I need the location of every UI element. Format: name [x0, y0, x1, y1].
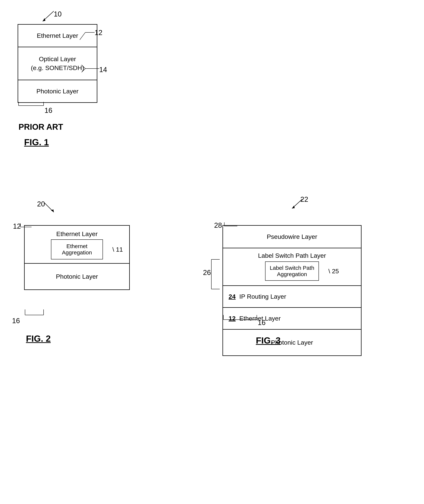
fig1-prior-art: PRIOR ART [19, 122, 63, 132]
fig2-bracket-16 [23, 307, 47, 320]
page: { "fig1": { "label_10": "10", "label_12"… [0, 0, 424, 504]
fig1-bracket-14 [70, 63, 101, 78]
fig1-photonic-layer: Photonic Layer [18, 80, 97, 102]
fig1-caption: FIG. 1 [24, 137, 49, 147]
fig3-ip-routing-layer: 24 IP Routing Layer [223, 286, 361, 308]
svg-marker-1 [43, 18, 45, 21]
fig3-bracket-16 [222, 313, 262, 324]
fig3-lsp-layer: Label Switch Path Layer Label Switch Pat… [223, 248, 361, 286]
fig3-arrow-22 [284, 197, 304, 211]
fig2-label-16: 16 [12, 317, 20, 325]
fig3-photonic-layer: Photonic Layer [223, 330, 361, 355]
fig2-caption: FIG. 2 [26, 333, 51, 344]
fig1-bracket-16 [17, 100, 46, 111]
svg-line-6 [81, 68, 85, 72]
fig2-arrow-20 [41, 200, 59, 215]
fig3-bracket-26 [206, 258, 223, 291]
fig2-diagram: Ethernet Layer Ethernet Aggregation \ 11… [24, 225, 130, 290]
fig3-pseudowire-layer: Pseudowire Layer [223, 226, 361, 248]
fig2-ethernet-layer: Ethernet Layer Ethernet Aggregation \ 11 [25, 226, 129, 264]
svg-line-5 [81, 65, 85, 68]
fig2-photonic-layer: Photonic Layer [25, 264, 129, 289]
fig1-arrow-10 [35, 9, 57, 24]
fig1-ethernet-layer: Ethernet Layer [18, 25, 97, 47]
fig3-diagram: Pseudowire Layer Label Switch Path Layer… [223, 225, 362, 356]
fig3-caption: FIG. 3 [256, 335, 281, 346]
